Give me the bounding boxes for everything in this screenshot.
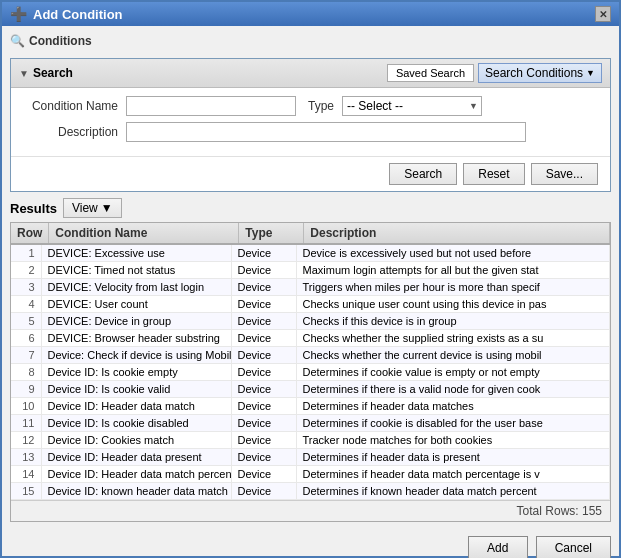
table-row[interactable]: 3 DEVICE: Velocity from last login Devic… bbox=[11, 279, 610, 296]
cell-row-num: 13 bbox=[11, 449, 41, 466]
title-bar: ➕ Add Condition ✕ bbox=[2, 2, 619, 26]
cell-condition-name: Device: Check if device is using Mobile … bbox=[41, 347, 231, 364]
add-condition-window: ➕ Add Condition ✕ 🔍 Conditions ▼ Search … bbox=[0, 0, 621, 558]
window-title: Add Condition bbox=[33, 7, 123, 22]
description-input[interactable] bbox=[126, 122, 526, 142]
table-scroll-area[interactable]: 1 DEVICE: Excessive use Device Device is… bbox=[11, 245, 610, 500]
cell-description: Tracker node matches for both cookies bbox=[296, 432, 610, 449]
cell-description: Determines if cookie is disabled for the… bbox=[296, 415, 610, 432]
cell-row-num: 8 bbox=[11, 364, 41, 381]
cell-type: Device bbox=[231, 466, 296, 483]
total-rows-bar: Total Rows: 155 bbox=[11, 500, 610, 521]
view-button[interactable]: View ▼ bbox=[63, 198, 122, 218]
bottom-bar: Add Cancel bbox=[2, 530, 619, 558]
table-row[interactable]: 4 DEVICE: User count Device Checks uniqu… bbox=[11, 296, 610, 313]
cell-condition-name: DEVICE: Velocity from last login bbox=[41, 279, 231, 296]
table-row[interactable]: 11 Device ID: Is cookie disabled Device … bbox=[11, 415, 610, 432]
cell-condition-name: Device ID: Is cookie disabled bbox=[41, 415, 231, 432]
table-row[interactable]: 10 Device ID: Header data match Device D… bbox=[11, 398, 610, 415]
content-area: 🔍 Conditions ▼ Search Saved Search Searc… bbox=[2, 26, 619, 530]
table-row[interactable]: 5 DEVICE: Device in group Device Checks … bbox=[11, 313, 610, 330]
table-row[interactable]: 7 Device: Check if device is using Mobil… bbox=[11, 347, 610, 364]
search-conditions-button[interactable]: Search Conditions ▼ bbox=[478, 63, 602, 83]
form-actions: Search Reset Save... bbox=[11, 156, 610, 191]
cell-condition-name: Device ID: Is cookie valid bbox=[41, 381, 231, 398]
search-header: ▼ Search Saved Search Search Conditions … bbox=[11, 59, 610, 88]
cell-description: Triggers when miles per hour is more tha… bbox=[296, 279, 610, 296]
conditions-heading: 🔍 Conditions bbox=[10, 34, 611, 48]
cell-description: Determines if header data matches bbox=[296, 398, 610, 415]
save-button[interactable]: Save... bbox=[531, 163, 598, 185]
condition-name-row: Condition Name Type -- Select -- Device … bbox=[23, 96, 598, 116]
cell-condition-name: Device ID: Is cookie empty bbox=[41, 364, 231, 381]
cell-condition-name: Device ID: Header data match percentage bbox=[41, 466, 231, 483]
cell-row-num: 15 bbox=[11, 483, 41, 500]
results-data-table: 1 DEVICE: Excessive use Device Device is… bbox=[11, 245, 610, 500]
cell-row-num: 14 bbox=[11, 466, 41, 483]
table-body: 1 DEVICE: Excessive use Device Device is… bbox=[11, 245, 610, 500]
cell-row-num: 11 bbox=[11, 415, 41, 432]
cell-type: Device bbox=[231, 364, 296, 381]
cell-description: Maximum login attempts for all but the g… bbox=[296, 262, 610, 279]
table-row[interactable]: 12 Device ID: Cookies match Device Track… bbox=[11, 432, 610, 449]
cell-description: Device is excessively used but not used … bbox=[296, 245, 610, 262]
table-row[interactable]: 8 Device ID: Is cookie empty Device Dete… bbox=[11, 364, 610, 381]
table-row[interactable]: 9 Device ID: Is cookie valid Device Dete… bbox=[11, 381, 610, 398]
cell-row-num: 6 bbox=[11, 330, 41, 347]
collapse-arrow-icon: ▼ bbox=[19, 68, 29, 79]
dropdown-arrow-icon: ▼ bbox=[586, 68, 595, 78]
table-row[interactable]: 15 Device ID: known header data match pe… bbox=[11, 483, 610, 500]
cell-type: Device bbox=[231, 262, 296, 279]
saved-search-button[interactable]: Saved Search bbox=[387, 64, 474, 82]
results-table: Row Condition Name Type Description bbox=[11, 223, 610, 245]
table-row[interactable]: 14 Device ID: Header data match percenta… bbox=[11, 466, 610, 483]
window-icon: ➕ bbox=[10, 6, 27, 22]
cancel-button[interactable]: Cancel bbox=[536, 536, 611, 558]
cell-type: Device bbox=[231, 415, 296, 432]
cell-condition-name: Device ID: Header data present bbox=[41, 449, 231, 466]
search-header-right: Saved Search Search Conditions ▼ bbox=[387, 63, 602, 83]
cell-type: Device bbox=[231, 483, 296, 500]
cell-type: Device bbox=[231, 432, 296, 449]
cell-description: Determines if header data match percenta… bbox=[296, 466, 610, 483]
cell-type: Device bbox=[231, 313, 296, 330]
results-header: Results View ▼ bbox=[10, 198, 611, 218]
cell-description: Checks if this device is in group bbox=[296, 313, 610, 330]
cell-condition-name: Device ID: Cookies match bbox=[41, 432, 231, 449]
results-section: Results View ▼ Row Condition Name Type D… bbox=[10, 198, 611, 522]
search-header-label: Search bbox=[33, 66, 73, 80]
cell-type: Device bbox=[231, 347, 296, 364]
total-rows-text: Total Rows: 155 bbox=[517, 504, 602, 518]
col-header-name: Condition Name bbox=[49, 223, 239, 244]
cell-row-num: 12 bbox=[11, 432, 41, 449]
table-row[interactable]: 2 DEVICE: Timed not status Device Maximu… bbox=[11, 262, 610, 279]
reset-button[interactable]: Reset bbox=[463, 163, 524, 185]
cell-description: Checks whether the supplied string exist… bbox=[296, 330, 610, 347]
table-row[interactable]: 13 Device ID: Header data present Device… bbox=[11, 449, 610, 466]
cell-row-num: 10 bbox=[11, 398, 41, 415]
cell-row-num: 2 bbox=[11, 262, 41, 279]
results-table-container: Row Condition Name Type Description bbox=[10, 222, 611, 522]
table-row[interactable]: 6 DEVICE: Browser header substring Devic… bbox=[11, 330, 610, 347]
close-button[interactable]: ✕ bbox=[595, 6, 611, 22]
cell-type: Device bbox=[231, 279, 296, 296]
search-header-left: ▼ Search bbox=[19, 66, 73, 80]
search-button[interactable]: Search bbox=[389, 163, 457, 185]
cell-condition-name: DEVICE: User count bbox=[41, 296, 231, 313]
cell-description: Checks whether the current device is usi… bbox=[296, 347, 610, 364]
table-row[interactable]: 1 DEVICE: Excessive use Device Device is… bbox=[11, 245, 610, 262]
add-button[interactable]: Add bbox=[468, 536, 528, 558]
cell-condition-name: DEVICE: Device in group bbox=[41, 313, 231, 330]
col-header-desc: Description bbox=[304, 223, 610, 244]
condition-name-label: Condition Name bbox=[23, 99, 118, 113]
condition-name-input[interactable] bbox=[126, 96, 296, 116]
cell-description: Determines if known header data match pe… bbox=[296, 483, 610, 500]
col-header-row: Row bbox=[11, 223, 49, 244]
search-form: Condition Name Type -- Select -- Device … bbox=[11, 88, 610, 156]
cell-type: Device bbox=[231, 449, 296, 466]
cell-description: Determines if cookie value is empty or n… bbox=[296, 364, 610, 381]
cell-condition-name: DEVICE: Timed not status bbox=[41, 262, 231, 279]
type-select[interactable]: -- Select -- Device User bbox=[342, 96, 482, 116]
cell-row-num: 4 bbox=[11, 296, 41, 313]
view-dropdown-icon: ▼ bbox=[101, 201, 113, 215]
